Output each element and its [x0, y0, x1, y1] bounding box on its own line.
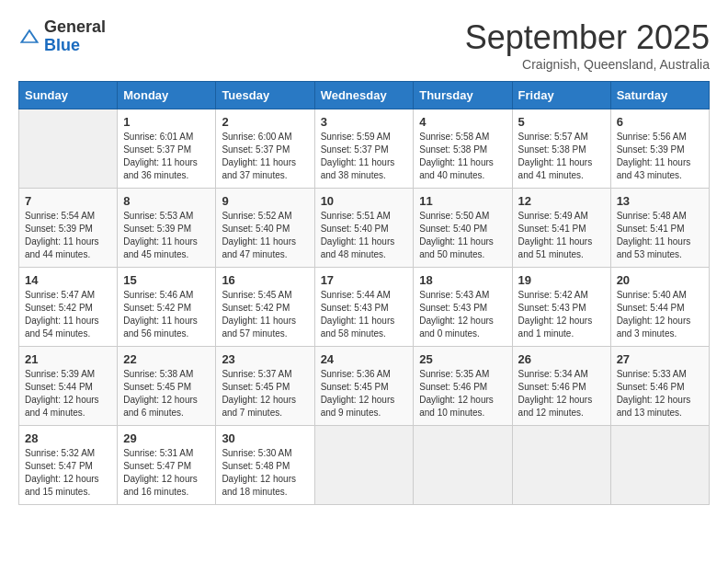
- month-title: September 2025: [465, 18, 710, 57]
- day-info: Sunrise: 5:57 AM Sunset: 5:38 PM Dayligh…: [518, 131, 605, 182]
- day-cell: 8Sunrise: 5:53 AM Sunset: 5:39 PM Daylig…: [118, 189, 216, 268]
- day-number: 2: [222, 115, 308, 129]
- day-number: 25: [419, 352, 506, 366]
- week-row-1: 1Sunrise: 6:01 AM Sunset: 5:37 PM Daylig…: [19, 109, 710, 189]
- day-info: Sunrise: 5:47 AM Sunset: 5:42 PM Dayligh…: [25, 289, 111, 340]
- day-number: 8: [123, 194, 210, 208]
- day-number: 16: [222, 273, 308, 287]
- day-cell: 1Sunrise: 6:01 AM Sunset: 5:37 PM Daylig…: [118, 109, 216, 189]
- day-number: 12: [518, 194, 605, 208]
- day-number: 30: [222, 431, 308, 445]
- day-number: 17: [321, 273, 408, 287]
- day-info: Sunrise: 5:39 AM Sunset: 5:44 PM Dayligh…: [25, 368, 111, 419]
- day-cell: 18Sunrise: 5:43 AM Sunset: 5:43 PM Dayli…: [414, 268, 512, 347]
- week-row-5: 28Sunrise: 5:32 AM Sunset: 5:47 PM Dayli…: [19, 426, 710, 505]
- day-info: Sunrise: 5:31 AM Sunset: 5:47 PM Dayligh…: [123, 447, 210, 499]
- day-number: 19: [518, 273, 605, 287]
- day-info: Sunrise: 5:49 AM Sunset: 5:41 PM Dayligh…: [518, 210, 605, 261]
- day-cell: 19Sunrise: 5:42 AM Sunset: 5:43 PM Dayli…: [512, 268, 610, 347]
- day-cell: 5Sunrise: 5:57 AM Sunset: 5:38 PM Daylig…: [512, 109, 610, 189]
- day-info: Sunrise: 5:59 AM Sunset: 5:37 PM Dayligh…: [321, 131, 408, 182]
- day-cell: 17Sunrise: 5:44 AM Sunset: 5:43 PM Dayli…: [314, 268, 414, 347]
- day-cell: [314, 426, 414, 505]
- day-cell: 30Sunrise: 5:30 AM Sunset: 5:48 PM Dayli…: [216, 426, 314, 505]
- page-header: General Blue September 2025 Craignish, Q…: [18, 18, 710, 72]
- header-row: SundayMondayTuesdayWednesdayThursdayFrid…: [19, 82, 710, 109]
- week-row-4: 21Sunrise: 5:39 AM Sunset: 5:44 PM Dayli…: [19, 347, 710, 426]
- day-cell: 26Sunrise: 5:34 AM Sunset: 5:46 PM Dayli…: [512, 347, 610, 426]
- day-info: Sunrise: 6:00 AM Sunset: 5:37 PM Dayligh…: [222, 131, 308, 182]
- header-cell-monday: Monday: [118, 82, 216, 109]
- day-cell: 21Sunrise: 5:39 AM Sunset: 5:44 PM Dayli…: [19, 347, 118, 426]
- day-cell: 23Sunrise: 5:37 AM Sunset: 5:45 PM Dayli…: [216, 347, 314, 426]
- day-info: Sunrise: 5:34 AM Sunset: 5:46 PM Dayligh…: [518, 368, 605, 419]
- day-cell: 25Sunrise: 5:35 AM Sunset: 5:46 PM Dayli…: [414, 347, 512, 426]
- day-info: Sunrise: 5:52 AM Sunset: 5:40 PM Dayligh…: [222, 210, 308, 261]
- day-cell: 24Sunrise: 5:36 AM Sunset: 5:45 PM Dayli…: [314, 347, 414, 426]
- day-info: Sunrise: 5:37 AM Sunset: 5:45 PM Dayligh…: [222, 368, 308, 419]
- day-number: 9: [222, 194, 308, 208]
- day-info: Sunrise: 5:56 AM Sunset: 5:39 PM Dayligh…: [617, 131, 703, 182]
- day-number: 13: [617, 194, 703, 208]
- week-row-3: 14Sunrise: 5:47 AM Sunset: 5:42 PM Dayli…: [19, 268, 710, 347]
- day-cell: 22Sunrise: 5:38 AM Sunset: 5:45 PM Dayli…: [118, 347, 216, 426]
- day-number: 5: [518, 115, 605, 129]
- week-row-2: 7Sunrise: 5:54 AM Sunset: 5:39 PM Daylig…: [19, 189, 710, 268]
- day-number: 11: [419, 194, 506, 208]
- day-info: Sunrise: 5:36 AM Sunset: 5:45 PM Dayligh…: [321, 368, 408, 419]
- day-number: 6: [617, 115, 703, 129]
- header-cell-sunday: Sunday: [19, 82, 118, 109]
- day-cell: 15Sunrise: 5:46 AM Sunset: 5:42 PM Dayli…: [118, 268, 216, 347]
- day-cell: 4Sunrise: 5:58 AM Sunset: 5:38 PM Daylig…: [414, 109, 512, 189]
- day-number: 23: [222, 352, 308, 366]
- day-cell: 27Sunrise: 5:33 AM Sunset: 5:46 PM Dayli…: [610, 347, 709, 426]
- day-number: 10: [321, 194, 408, 208]
- day-info: Sunrise: 5:30 AM Sunset: 5:48 PM Dayligh…: [222, 447, 308, 499]
- logo: General Blue: [18, 18, 106, 55]
- header-cell-wednesday: Wednesday: [314, 82, 414, 109]
- day-number: 20: [617, 273, 703, 287]
- day-cell: [414, 426, 512, 505]
- calendar-header: SundayMondayTuesdayWednesdayThursdayFrid…: [19, 82, 710, 109]
- day-cell: [610, 426, 709, 505]
- day-cell: 16Sunrise: 5:45 AM Sunset: 5:42 PM Dayli…: [216, 268, 314, 347]
- logo-blue: Blue: [44, 36, 80, 54]
- day-number: 3: [321, 115, 408, 129]
- day-number: 29: [123, 431, 210, 445]
- day-info: Sunrise: 5:46 AM Sunset: 5:42 PM Dayligh…: [123, 289, 210, 340]
- day-number: 26: [518, 352, 605, 366]
- day-info: Sunrise: 6:01 AM Sunset: 5:37 PM Dayligh…: [123, 131, 210, 182]
- day-number: 21: [25, 352, 111, 366]
- day-cell: 20Sunrise: 5:40 AM Sunset: 5:44 PM Dayli…: [610, 268, 709, 347]
- header-cell-thursday: Thursday: [414, 82, 512, 109]
- day-info: Sunrise: 5:38 AM Sunset: 5:45 PM Dayligh…: [123, 368, 210, 419]
- calendar-body: 1Sunrise: 6:01 AM Sunset: 5:37 PM Daylig…: [19, 109, 710, 505]
- day-number: 24: [321, 352, 408, 366]
- day-cell: 29Sunrise: 5:31 AM Sunset: 5:47 PM Dayli…: [118, 426, 216, 505]
- day-number: 7: [25, 194, 111, 208]
- day-info: Sunrise: 5:50 AM Sunset: 5:40 PM Dayligh…: [419, 210, 506, 261]
- day-number: 18: [419, 273, 506, 287]
- day-info: Sunrise: 5:43 AM Sunset: 5:43 PM Dayligh…: [419, 289, 506, 340]
- day-cell: 11Sunrise: 5:50 AM Sunset: 5:40 PM Dayli…: [414, 189, 512, 268]
- day-cell: 10Sunrise: 5:51 AM Sunset: 5:40 PM Dayli…: [314, 189, 414, 268]
- calendar-table: SundayMondayTuesdayWednesdayThursdayFrid…: [18, 81, 710, 505]
- title-area: September 2025 Craignish, Queensland, Au…: [465, 18, 710, 72]
- day-info: Sunrise: 5:45 AM Sunset: 5:42 PM Dayligh…: [222, 289, 308, 340]
- day-info: Sunrise: 5:40 AM Sunset: 5:44 PM Dayligh…: [617, 289, 703, 340]
- day-cell: 28Sunrise: 5:32 AM Sunset: 5:47 PM Dayli…: [19, 426, 118, 505]
- header-cell-saturday: Saturday: [610, 82, 709, 109]
- header-cell-tuesday: Tuesday: [216, 82, 314, 109]
- day-cell: 9Sunrise: 5:52 AM Sunset: 5:40 PM Daylig…: [216, 189, 314, 268]
- day-cell: 14Sunrise: 5:47 AM Sunset: 5:42 PM Dayli…: [19, 268, 118, 347]
- day-number: 14: [25, 273, 111, 287]
- day-info: Sunrise: 5:35 AM Sunset: 5:46 PM Dayligh…: [419, 368, 506, 419]
- day-number: 27: [617, 352, 703, 366]
- day-info: Sunrise: 5:42 AM Sunset: 5:43 PM Dayligh…: [518, 289, 605, 340]
- logo-general: General: [44, 17, 106, 36]
- day-cell: 12Sunrise: 5:49 AM Sunset: 5:41 PM Dayli…: [512, 189, 610, 268]
- day-number: 1: [123, 115, 210, 129]
- day-number: 4: [419, 115, 506, 129]
- day-info: Sunrise: 5:54 AM Sunset: 5:39 PM Dayligh…: [25, 210, 111, 261]
- day-cell: 3Sunrise: 5:59 AM Sunset: 5:37 PM Daylig…: [314, 109, 414, 189]
